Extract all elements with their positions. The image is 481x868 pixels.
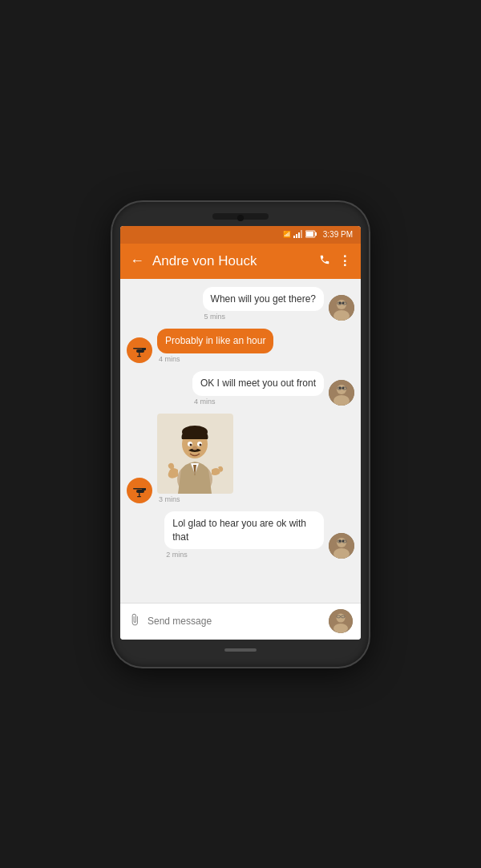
message-bubble: When will you get there? [203,287,324,312]
home-indicator [224,648,257,652]
sender-avatar-sent [329,295,354,321]
message-text: Lol glad to hear you are ok with that [172,518,306,543]
message-text: OK I will meet you out front [200,377,316,389]
contact-name: Andre von Houck [152,253,311,269]
call-button[interactable] [319,254,330,268]
message-bubble: Lol glad to hear you are ok with that [164,511,324,550]
more-options-button[interactable]: ⋮ [338,253,351,268]
message-timestamp: 2 mins [164,551,324,559]
svg-rect-17 [142,348,146,350]
status-bar: 📶 3:39 PM [120,226,361,244]
message-bubble-container: Lol glad to hear you are ok with that 2 … [164,511,324,559]
message-text: Probably in like an hour [165,335,265,346]
sticker-container: 3 mins [157,414,233,503]
table-row: When will you get there? 5 mins [127,287,354,321]
sender-avatar-received [127,337,152,363]
phone-device: 📶 3:39 PM [112,202,369,667]
messages-list: When will you get there? 5 mins [120,279,361,603]
svg-rect-18 [139,353,140,356]
avatar [329,295,354,321]
svg-rect-32 [137,496,141,497]
front-camera [237,215,244,221]
sender-avatar-sent [329,533,354,559]
back-button[interactable]: ← [130,252,144,269]
sender-avatar-received [127,478,152,503]
signal-icon [293,230,303,240]
svg-point-40 [200,443,202,446]
status-time: 3:39 PM [323,230,353,239]
message-timestamp: 5 mins [203,313,324,321]
message-input[interactable] [148,616,322,627]
message-text: When will you get there? [211,293,316,305]
bluetooth-icon: 📶 [283,231,291,238]
attach-button[interactable] [128,613,141,629]
bottom-bar [120,644,361,656]
table-row: Probably in like an hour 4 mins [127,329,354,363]
phone-screen: 📶 3:39 PM [120,226,361,640]
compose-bar [120,603,361,640]
svg-rect-19 [137,356,141,357]
svg-point-39 [190,443,192,446]
svg-point-51 [333,624,348,633]
message-timestamp: 3 mins [157,495,180,503]
chat-toolbar: ← Andre von Houck ⋮ [120,244,361,279]
compose-sender-avatar [329,609,353,633]
table-row: Lol glad to hear you are ok with that 2 … [127,511,354,559]
message-bubble-container: OK I will meet you out front 4 mins [192,371,324,406]
table-row: OK I will meet you out front 4 mins [127,371,354,406]
message-timestamp: 4 mins [157,355,273,363]
svg-rect-2 [298,232,300,238]
avatar [329,533,354,559]
svg-rect-0 [293,236,295,238]
battery-icon [305,230,317,240]
message-bubble-container: When will you get there? 5 mins [203,287,324,321]
svg-rect-30 [142,488,146,491]
table-row: 3 mins [127,414,354,503]
svg-rect-1 [296,234,297,238]
sender-avatar-sent [329,380,354,406]
message-timestamp: 4 mins [192,398,324,406]
svg-point-41 [192,446,197,450]
svg-rect-3 [301,230,302,238]
message-bubble-orange: Probably in like an hour [157,329,273,353]
message-bubble-container: Probably in like an hour 4 mins [157,329,273,363]
message-bubble: OK I will meet you out front [192,371,324,396]
status-icons: 📶 [283,230,317,240]
avatar [127,337,152,363]
svg-rect-5 [315,232,317,236]
sticker-image [157,414,233,494]
avatar [329,380,354,406]
svg-rect-31 [139,493,140,496]
avatar [127,478,152,503]
svg-rect-6 [306,232,313,236]
